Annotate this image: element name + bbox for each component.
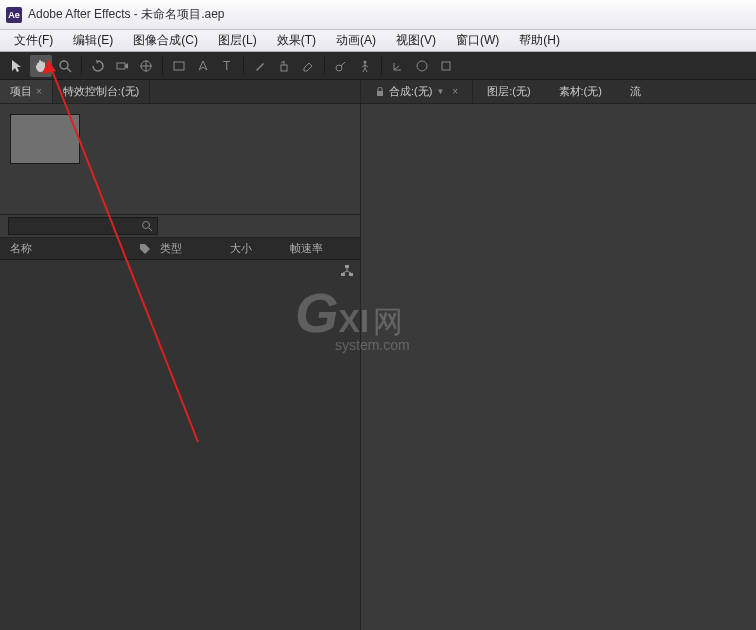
- local-axis-tool[interactable]: [387, 55, 409, 77]
- svg-line-27: [343, 271, 347, 273]
- tab-effect-controls[interactable]: 特效控制台:(无): [53, 80, 150, 103]
- svg-line-22: [149, 228, 152, 231]
- tab-composition-label: 合成:(无): [389, 84, 432, 99]
- svg-point-0: [60, 61, 68, 69]
- project-thumbnail: [10, 114, 80, 164]
- pan-behind-tool[interactable]: [135, 55, 157, 77]
- menu-layer[interactable]: 图层(L): [208, 30, 267, 51]
- main-area: 项目 × 特效控制台:(无) 名称 类型 大小 帧速率: [0, 80, 756, 630]
- svg-rect-23: [345, 265, 349, 268]
- search-input[interactable]: [8, 217, 158, 235]
- svg-rect-20: [442, 62, 450, 70]
- tab-footage[interactable]: 素材:(无): [545, 80, 616, 103]
- project-search-row: [0, 214, 360, 238]
- tab-effect-controls-label: 特效控制台:(无): [63, 84, 139, 99]
- svg-line-15: [365, 68, 367, 72]
- separator: [81, 57, 82, 75]
- menu-edit[interactable]: 编辑(E): [63, 30, 123, 51]
- window-title: Adobe After Effects - 未命名项目.aep: [28, 6, 225, 23]
- svg-line-18: [394, 66, 399, 70]
- col-size[interactable]: 大小: [230, 241, 290, 256]
- rotation-tool[interactable]: [87, 55, 109, 77]
- lock-icon: [375, 87, 385, 97]
- menu-effect[interactable]: 效果(T): [267, 30, 326, 51]
- clone-stamp-tool[interactable]: [273, 55, 295, 77]
- svg-rect-25: [349, 273, 353, 276]
- dropdown-icon[interactable]: ▼: [436, 87, 444, 96]
- brush-tool[interactable]: [249, 55, 271, 77]
- menu-view[interactable]: 视图(V): [386, 30, 446, 51]
- svg-rect-29: [377, 91, 383, 96]
- svg-rect-2: [117, 63, 125, 69]
- svg-line-28: [347, 271, 351, 273]
- svg-text:T: T: [223, 59, 231, 73]
- menu-animation[interactable]: 动画(A): [326, 30, 386, 51]
- separator: [381, 57, 382, 75]
- separator: [243, 57, 244, 75]
- tab-layer-label: 图层:(无): [487, 84, 530, 99]
- zoom-tool[interactable]: [54, 55, 76, 77]
- tab-project-label: 项目: [10, 84, 32, 99]
- tab-composition[interactable]: 合成:(无) ▼ ×: [361, 80, 473, 103]
- col-tag[interactable]: [130, 243, 160, 255]
- tab-layer[interactable]: 图层:(无): [473, 80, 544, 103]
- svg-rect-6: [174, 62, 184, 70]
- composition-viewer[interactable]: [361, 104, 756, 630]
- app-icon: Ae: [6, 7, 22, 23]
- tag-icon: [139, 243, 151, 255]
- selection-tool[interactable]: [6, 55, 28, 77]
- svg-point-19: [417, 61, 427, 71]
- svg-line-1: [67, 68, 71, 72]
- col-type[interactable]: 类型: [160, 241, 230, 256]
- menu-window[interactable]: 窗口(W): [446, 30, 509, 51]
- flowchart-icon[interactable]: [340, 264, 354, 278]
- world-axis-tool[interactable]: [411, 55, 433, 77]
- project-columns-header: 名称 类型 大小 帧速率: [0, 238, 360, 260]
- project-panel: 项目 × 特效控制台:(无) 名称 类型 大小 帧速率: [0, 80, 360, 630]
- camera-tool[interactable]: [111, 55, 133, 77]
- pen-tool[interactable]: [192, 55, 214, 77]
- viewer-panel: 合成:(无) ▼ × 图层:(无) 素材:(无) 流: [360, 80, 756, 630]
- roto-brush-tool[interactable]: [330, 55, 352, 77]
- svg-rect-8: [281, 65, 287, 71]
- right-panel-tabs: 合成:(无) ▼ × 图层:(无) 素材:(无) 流: [361, 80, 756, 104]
- window-titlebar: Ae Adobe After Effects - 未命名项目.aep: [0, 0, 756, 30]
- menu-help[interactable]: 帮助(H): [509, 30, 570, 51]
- hand-tool[interactable]: [30, 55, 52, 77]
- separator: [162, 57, 163, 75]
- separator: [324, 57, 325, 75]
- left-panel-tabs: 项目 × 特效控制台:(无): [0, 80, 360, 104]
- tab-footage-label: 素材:(无): [559, 84, 602, 99]
- search-icon: [140, 219, 154, 233]
- close-icon[interactable]: ×: [452, 86, 458, 97]
- menu-composition[interactable]: 图像合成(C): [123, 30, 208, 51]
- col-rate[interactable]: 帧速率: [290, 241, 340, 256]
- svg-line-14: [363, 68, 365, 72]
- rectangle-tool[interactable]: [168, 55, 190, 77]
- text-tool[interactable]: T: [216, 55, 238, 77]
- eraser-tool[interactable]: [297, 55, 319, 77]
- view-axis-tool[interactable]: [435, 55, 457, 77]
- svg-point-21: [143, 222, 150, 229]
- puppet-tool[interactable]: [354, 55, 376, 77]
- col-name[interactable]: 名称: [0, 241, 130, 256]
- tab-flowchart[interactable]: 流: [616, 80, 655, 103]
- tab-project[interactable]: 项目 ×: [0, 80, 53, 103]
- project-body[interactable]: [0, 260, 360, 630]
- close-icon[interactable]: ×: [36, 86, 42, 97]
- menu-file[interactable]: 文件(F): [4, 30, 63, 51]
- menubar: 文件(F) 编辑(E) 图像合成(C) 图层(L) 效果(T) 动画(A) 视图…: [0, 30, 756, 52]
- svg-rect-24: [341, 273, 345, 276]
- tab-flowchart-label: 流: [630, 84, 641, 99]
- project-thumbnail-area: [0, 104, 360, 174]
- toolbar: T: [0, 52, 756, 80]
